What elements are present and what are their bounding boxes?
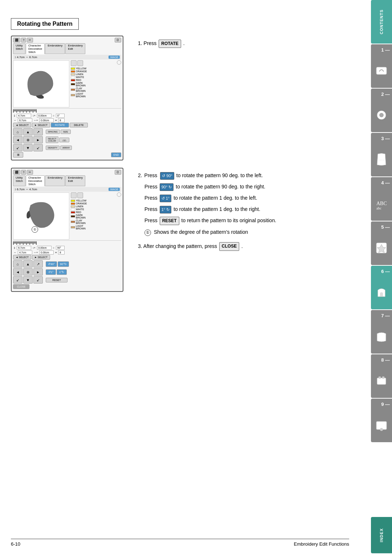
pos-y-1[interactable]: 4.7cm	[17, 114, 31, 118]
swatch-dark-brown	[71, 83, 75, 85]
screen-icon-2-4[interactable]: 🗋	[115, 170, 121, 175]
screen-icon-4[interactable]: 🗋	[115, 38, 121, 42]
step-2-press-2: Press	[144, 184, 159, 190]
ch3-number: 3 —	[381, 136, 390, 141]
sidebar-tab-ch4[interactable]: 4 — ABC abc	[371, 177, 392, 221]
pos-angle-1[interactable]: 0°	[56, 114, 65, 118]
step-2-line-1: 2. Press ↺ 90° to rotate the pattern 90 …	[138, 171, 360, 180]
step-2-press-5: Press	[144, 217, 159, 223]
screen-icon-2-3[interactable]: ✂	[27, 170, 33, 175]
btn2-select-right[interactable]: ► SELECT	[32, 255, 50, 260]
btn2-right[interactable]: ►	[33, 268, 43, 276]
btn2-up[interactable]: ▲	[23, 260, 33, 268]
btn-delete[interactable]: DELETE	[70, 123, 88, 127]
btn-ref-90-right: 90° ↻	[160, 183, 174, 191]
btn2-rotate-90-left[interactable]: ↺90°	[46, 261, 57, 267]
screen-icon-2[interactable]: ?	[21, 38, 26, 42]
sidebar-tab-ch3[interactable]: 3 —	[371, 133, 392, 176]
btn-down[interactable]: ▼	[23, 144, 33, 151]
tab2-character[interactable]: CharacterDecorativeStitch	[26, 175, 45, 186]
step-2-line-3: Press ↺ 1° to rotate the pattern 1 deg. …	[144, 194, 360, 202]
machine-screen-1: ⬛ ? ✂ 🗋 UtilityStitch CharacterDecorativ…	[11, 36, 123, 160]
btn-spacing[interactable]: SPACING	[46, 130, 60, 134]
btn2-close[interactable]: CLOSE	[13, 284, 29, 289]
btn-mirror[interactable]: △|△	[59, 138, 69, 142]
btn-rotate-1[interactable]: ROTATE	[51, 123, 69, 127]
tab2-embroidery[interactable]: Embroidery	[45, 175, 65, 186]
btn-right[interactable]: ►	[33, 136, 43, 143]
sidebar-tab-ch7[interactable]: 7 —	[371, 310, 392, 354]
pos-angle-2[interactable]: 90°	[56, 246, 65, 250]
screen-icon-2-1[interactable]: ⬛	[13, 170, 20, 175]
btn-left[interactable]: ◄	[13, 136, 23, 143]
circle-ref-1: ①	[144, 229, 151, 236]
btn-select-color[interactable]: SELECTCOLOR	[46, 137, 58, 143]
pos-dx-2[interactable]: 0.00cm	[39, 250, 54, 254]
step-3-text-before: After changing the pattern, press	[143, 243, 217, 249]
btn-home[interactable]: ⌂	[13, 128, 23, 135]
screen-header-1: ⬛ ? ✂ 🗋	[13, 38, 121, 42]
btn-size[interactable]: SIZE	[61, 130, 71, 134]
sidebar-tab-index[interactable]: Index	[371, 517, 392, 553]
screen-icon-1[interactable]: ⬛	[13, 38, 20, 42]
btn2-rotate-90-right[interactable]: 90°↻	[58, 261, 69, 267]
btn2-rotate-1-right[interactable]: 1°↻	[57, 269, 67, 275]
btn2-rotate-1-left[interactable]: ↺1°	[46, 269, 56, 275]
btn2-home[interactable]: ⌂	[13, 260, 23, 268]
ctrl-row-2-select: ◄ SELECT ► SELECT	[13, 255, 121, 260]
pattern-svg-2	[23, 200, 60, 232]
swatch2-white	[71, 208, 75, 211]
tab-embroidery[interactable]: Embroidery	[45, 43, 65, 54]
sidebar-tab-ch1[interactable]: 1 —	[371, 44, 392, 88]
step-2-text-1right: to rotate the pattern 1 deg. to the righ…	[173, 206, 260, 212]
sidebar-tab-ch8[interactable]: 8 —	[371, 354, 392, 398]
image-badge-1: IMAGE	[109, 56, 120, 59]
pos-x-1[interactable]: 6.7cm	[18, 118, 32, 122]
pos-count-2[interactable]: 8	[58, 250, 65, 254]
btn2-scale-down[interactable]: ↙	[33, 276, 43, 284]
pos-dy-2[interactable]: 0.00cm	[37, 246, 52, 250]
btn-end-1[interactable]: END	[111, 152, 121, 157]
rotate-button-ref: ROTATE	[159, 40, 181, 48]
sidebar-tab-contents[interactable]: CONTENTS	[371, 0, 392, 44]
pos-y-2[interactable]: 6.7cm	[17, 246, 31, 250]
tab-edit[interactable]: EmbroideryEdit	[65, 43, 85, 54]
btn2-end-home[interactable]: ↙	[13, 276, 23, 284]
sidebar-tab-ch6[interactable]: 6 —	[371, 266, 392, 309]
sidebar-tab-ch2[interactable]: 2 —	[371, 89, 392, 132]
btn-center[interactable]: ⊕	[23, 136, 33, 143]
btn2-left[interactable]: ◄	[13, 268, 23, 276]
screen-dimensions-2: ↕ 6.7cm ↔ 4.7cm	[15, 188, 37, 191]
tab2-utility[interactable]: UtilityStitch	[13, 175, 25, 186]
btn-array[interactable]: ARRAY	[60, 146, 72, 150]
btn-select-right[interactable]: ► SELECT	[32, 123, 50, 127]
btn-ref-1-right: 1° ↻	[160, 206, 172, 214]
tab-utility[interactable]: UtilityStitch	[13, 43, 25, 54]
screen-icon-2-2[interactable]: ?	[21, 170, 26, 175]
sidebar-tab-ch9[interactable]: 9 —	[371, 399, 392, 442]
pos-count-1[interactable]: 8	[58, 118, 65, 122]
screen-colors-2: YELLOW ORANGE LINEN WHITE	[71, 192, 121, 240]
color-white: WHITE	[71, 76, 121, 78]
color-icon-2	[77, 60, 83, 66]
btn2-center[interactable]: ⊕	[23, 268, 33, 276]
btn-scale-down[interactable]: ↙	[33, 144, 43, 151]
tab2-edit[interactable]: EmbroideryEdit	[65, 175, 85, 186]
btn-up[interactable]: ▲	[23, 128, 33, 135]
btn-density[interactable]: DENSITY	[46, 146, 60, 150]
btn-end-home[interactable]: ↙	[13, 144, 23, 151]
btn2-reset[interactable]: RESET	[46, 278, 68, 282]
btn2-select-left[interactable]: ◄ SELECT	[13, 255, 31, 260]
tab-character[interactable]: CharacterDecorativeStitch	[26, 43, 45, 54]
btn-stitch-icon[interactable]: ⊞	[13, 152, 23, 158]
btn2-scale-up[interactable]: ↗	[33, 260, 43, 268]
pos-dx-1[interactable]: 0.00cm	[39, 118, 54, 122]
ch1-number: 1 —	[381, 47, 390, 53]
screen-icon-3[interactable]: ✂	[27, 38, 33, 42]
btn-select-left[interactable]: ◄ SELECT	[13, 123, 31, 127]
pos-x-2[interactable]: 4.7cm	[18, 250, 32, 254]
sidebar-tab-ch5[interactable]: 5 —	[371, 221, 392, 265]
pos-dy-1[interactable]: 0.00cm	[37, 114, 52, 118]
btn2-down[interactable]: ▼	[23, 276, 33, 284]
btn-scale-up[interactable]: ↗	[33, 128, 43, 135]
